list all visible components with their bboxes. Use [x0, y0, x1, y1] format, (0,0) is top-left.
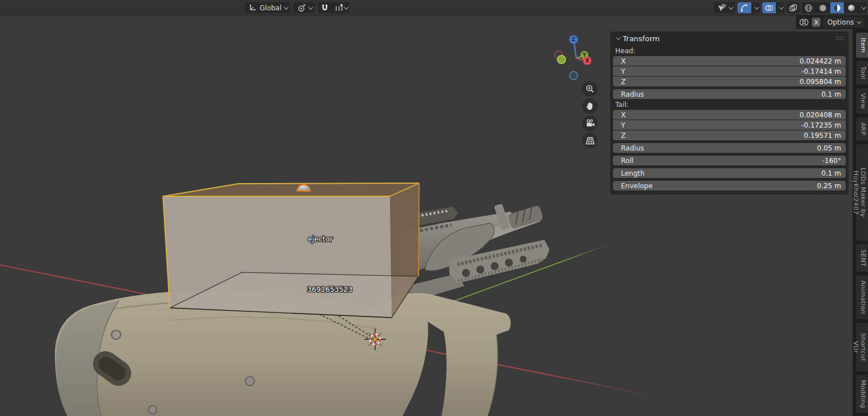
- options-label: Options: [827, 18, 854, 26]
- envelope-field[interactable]: Envelope0.25 m: [613, 181, 846, 191]
- pan-button[interactable]: [582, 98, 598, 114]
- toggle-grid-icon: [585, 136, 595, 145]
- gizmo-axis-neg-z[interactable]: [570, 72, 578, 80]
- svg-text:X: X: [586, 58, 590, 64]
- snap-target-icon: [335, 3, 344, 13]
- sidebar-tab-modding[interactable]: Modding: [855, 374, 868, 414]
- head-x-field[interactable]: X0.024422 m: [613, 56, 846, 66]
- solid-shading-icon: [818, 3, 827, 13]
- mirror-x-axis-button[interactable]: X: [812, 18, 821, 27]
- head-radius-field[interactable]: Radius0.1 m: [613, 89, 846, 99]
- pivot-point-icon: [297, 3, 306, 13]
- pivot-point-dropdown[interactable]: [293, 2, 315, 13]
- sidebar-tab-animation[interactable]: Animation: [855, 275, 868, 320]
- material-preview-icon: [833, 3, 842, 13]
- bone-head-point: [373, 337, 377, 341]
- xray-toggle-button[interactable]: [787, 2, 799, 13]
- pan-hand-icon: [585, 101, 595, 111]
- length-field[interactable]: Length0.1 m: [613, 168, 846, 178]
- panel-collapse-icon[interactable]: [616, 35, 620, 39]
- chevron-down-icon: [861, 5, 866, 9]
- shading-material-button[interactable]: [830, 2, 844, 13]
- sidebar-tab-shortcut-vur[interactable]: Shortcut VUr: [855, 322, 868, 372]
- show-gizmo-dropdown[interactable]: [714, 2, 735, 13]
- head-y-field[interactable]: Y-0.17414 m: [613, 66, 846, 76]
- transform-panel: Transform Head: X0.024422 m Y-0.17414 m …: [610, 31, 849, 195]
- shading-dropdown[interactable]: [858, 2, 867, 13]
- snap-magnet-icon: [320, 3, 329, 13]
- sidebar-tab-sent[interactable]: SENT: [855, 244, 868, 272]
- tail-radius-field[interactable]: Radius0.05 m: [613, 143, 846, 153]
- overlays-dropdown[interactable]: [776, 2, 785, 13]
- mirror-x-icon[interactable]: [798, 17, 810, 27]
- sidebar-tab-strip: Item Tool View ARP LODs Maker by HuyKhoi…: [853, 15, 868, 416]
- roll-field[interactable]: Roll-160°: [613, 156, 846, 165]
- show-gizmo-icon: [717, 3, 726, 13]
- transform-orientation-icon: [248, 3, 257, 13]
- head-section-label: Head:: [612, 46, 847, 56]
- sidebar-tab-view[interactable]: View: [855, 88, 868, 114]
- chevron-down-icon: [308, 5, 313, 9]
- camera-view-button[interactable]: [582, 116, 598, 131]
- xray-toggle-icon: [789, 3, 798, 13]
- sidebar-tab-item[interactable]: Item: [855, 32, 868, 58]
- chevron-down-icon: [779, 5, 783, 9]
- gizmo-axis-neg-y[interactable]: [558, 56, 566, 64]
- rendered-shading-icon: [847, 3, 856, 13]
- toggle-perspective-button[interactable]: [582, 133, 598, 148]
- bone-id-label: 3691653523: [307, 285, 353, 294]
- chevron-down-icon: [284, 5, 288, 9]
- viewport-controls: [582, 81, 598, 148]
- gizmos-toggle-icon: [740, 3, 749, 13]
- zoom-icon: [585, 84, 595, 94]
- camera-view-icon: [585, 118, 595, 128]
- tail-z-field[interactable]: Z0.19571 m: [613, 130, 846, 140]
- tool-settings-bar: X Options: [796, 15, 868, 29]
- transform-orientation-dropdown[interactable]: Global: [245, 2, 290, 13]
- chevron-down-icon: [754, 5, 759, 9]
- shading-rendered-button[interactable]: [844, 2, 858, 13]
- navigation-gizmo[interactable]: Z Y X: [548, 33, 603, 85]
- tail-x-field[interactable]: X0.020408 m: [613, 110, 846, 120]
- bone-name-label: ejector: [308, 235, 333, 243]
- sidebar-tab-lods-maker[interactable]: LODs Maker by HuyKhoi2407: [855, 144, 868, 241]
- tail-section-label: Tail:: [612, 100, 847, 109]
- panel-drag-handle[interactable]: [836, 37, 843, 40]
- sidebar-tab-arp[interactable]: ARP: [855, 117, 868, 141]
- orientation-label: Global: [260, 4, 281, 12]
- overlays-toggle-button[interactable]: [762, 2, 776, 13]
- options-dropdown[interactable]: Options: [823, 17, 865, 27]
- snap-target-dropdown[interactable]: [332, 2, 349, 13]
- gizmo-axis-x[interactable]: X: [583, 57, 592, 65]
- gizmos-toggle-button[interactable]: [738, 2, 751, 13]
- gizmos-dropdown[interactable]: [751, 2, 760, 13]
- wireframe-shading-icon: [804, 3, 813, 13]
- chevron-down-icon: [728, 5, 733, 9]
- overlays-toggle-icon: [765, 3, 774, 13]
- snap-toggle-button[interactable]: [318, 2, 332, 13]
- svg-text:Z: Z: [572, 37, 576, 42]
- zoom-button[interactable]: [582, 81, 598, 97]
- viewport-header: Global: [0, 0, 868, 15]
- head-z-field[interactable]: Z0.095804 m: [613, 77, 846, 86]
- blender-window: ejector 3691653523 Global: [0, 0, 868, 416]
- selected-bone-box[interactable]: [163, 183, 419, 318]
- shading-solid-button[interactable]: [815, 2, 830, 13]
- chevron-down-icon: [857, 19, 861, 23]
- gizmo-axis-z[interactable]: Z: [569, 35, 578, 43]
- shading-wireframe-button[interactable]: [802, 2, 815, 13]
- sidebar-tab-tool[interactable]: Tool: [855, 61, 868, 85]
- tail-y-field[interactable]: Y-0.17235 m: [613, 120, 846, 130]
- chevron-down-icon: [344, 5, 348, 9]
- panel-title: Transform: [623, 34, 660, 43]
